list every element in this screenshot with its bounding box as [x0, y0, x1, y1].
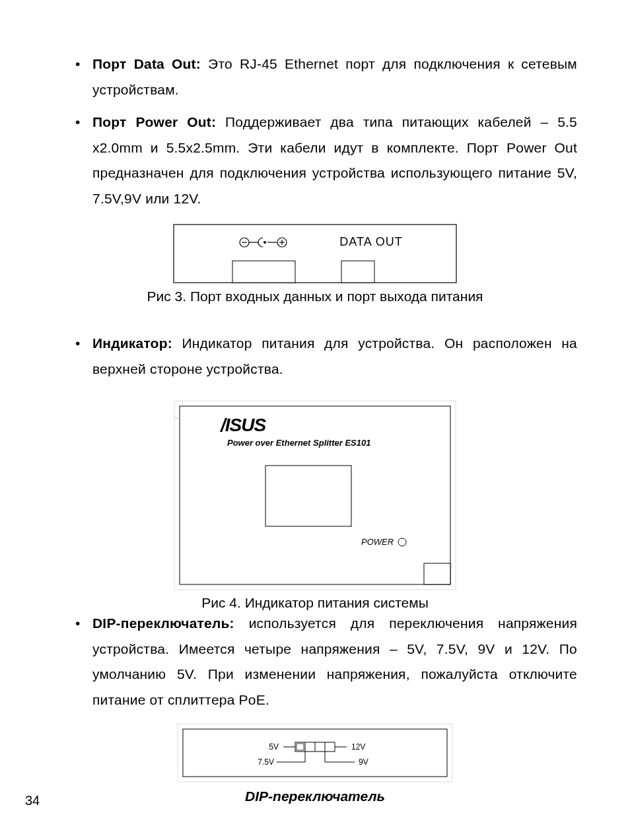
figure-5-caption: DIP-переключатель — [53, 788, 577, 804]
figure-5-graphic: 5V 12V 7.5V 9V — [176, 722, 454, 783]
dip-5v: 5V — [269, 742, 279, 752]
svg-rect-17 — [178, 724, 452, 782]
page: Порт Data Out: Это RJ-45 Ethernet порт д… — [0, 0, 630, 840]
svg-rect-11 — [174, 401, 456, 590]
svg-rect-0 — [174, 225, 456, 283]
term-power-out: Порт Power Out: — [92, 114, 216, 129]
label-data-out: DATA OUT — [339, 235, 402, 248]
figure-4-graphic: /ISUS Power over Ethernet Splitter ES101… — [173, 400, 457, 591]
figure-4-caption: Рис 4. Индикатор питания системы — [53, 595, 577, 611]
term-data-out: Порт Data Out: — [92, 56, 201, 71]
bullet-data-out: Порт Data Out: Это RJ-45 Ethernet порт д… — [92, 52, 577, 103]
figure-3: DATA OUT Рис 3. Порт входных данных и по… — [53, 224, 577, 304]
svg-rect-9 — [232, 261, 295, 283]
svg-rect-16 — [424, 563, 450, 584]
svg-rect-10 — [341, 261, 374, 283]
figure-3-graphic: DATA OUT — [173, 224, 457, 283]
svg-rect-15 — [265, 466, 351, 526]
bullet-list-3: DIP-переключатель: используется для пере… — [53, 611, 577, 713]
term-indicator: Индикатор: — [92, 335, 172, 351]
bullet-dip: DIP-переключатель: используется для пере… — [92, 611, 577, 713]
dip-75v: 7.5V — [258, 757, 274, 767]
page-number: 34 — [25, 793, 40, 808]
svg-rect-23 — [297, 744, 304, 750]
fig4-subtitle: Power over Ethernet Splitter ES101 — [227, 438, 370, 448]
bullet-list: Порт Data Out: Это RJ-45 Ethernet порт д… — [53, 52, 577, 212]
term-dip: DIP-переключатель: — [92, 615, 234, 631]
bullet-list-2: Индикатор: Индикатор питания для устройс… — [53, 331, 577, 382]
fig4-power-label: POWER — [361, 537, 394, 547]
power-led-icon — [398, 538, 406, 546]
bullet-indicator: Индикатор: Индикатор питания для устройс… — [92, 331, 577, 382]
figure-5: 5V 12V 7.5V 9V DIP-переключатель — [53, 722, 577, 804]
dip-12v: 12V — [351, 742, 365, 752]
dip-9v: 9V — [359, 757, 368, 767]
asus-logo-icon: /ISUS — [219, 415, 266, 435]
svg-text:/ISUS: /ISUS — [219, 415, 266, 435]
svg-point-4 — [263, 241, 266, 244]
figure-4: /ISUS Power over Ethernet Splitter ES101… — [53, 400, 577, 611]
bullet-power-out: Порт Power Out: Поддерживает два типа пи… — [92, 110, 577, 212]
svg-rect-18 — [183, 729, 447, 777]
figure-3-caption: Рис 3. Порт входных данных и порт выхода… — [53, 289, 577, 304]
